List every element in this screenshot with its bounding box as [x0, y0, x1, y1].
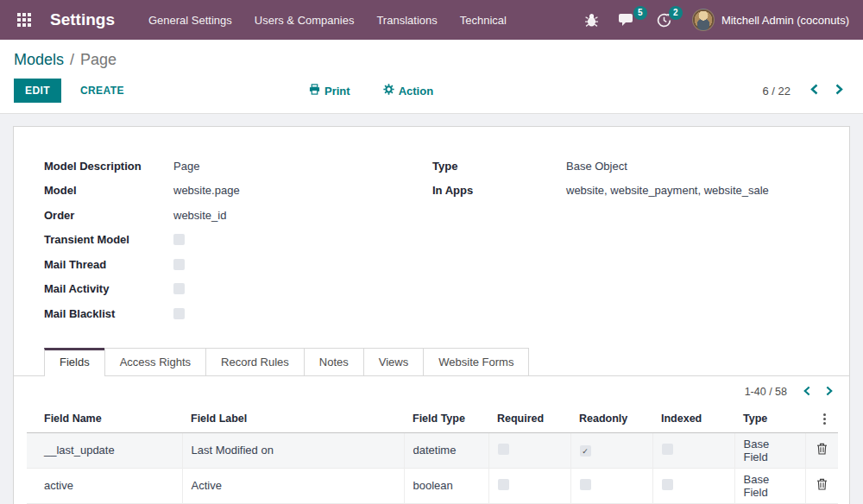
tab-fields[interactable]: Fields — [44, 348, 105, 376]
field-row-in-apps: In Appswebsite, website_payment, website… — [432, 179, 819, 204]
top-menu-technical[interactable]: Technical — [449, 0, 518, 40]
chevron-left-icon — [803, 386, 810, 399]
edit-button[interactable]: EDIT — [14, 79, 61, 103]
tab-views[interactable]: Views — [363, 348, 424, 375]
tab-website-forms[interactable]: Website Forms — [423, 348, 529, 375]
list-pager-previous-button[interactable] — [797, 384, 816, 400]
cell-field-label: Active — [182, 468, 404, 503]
optional-columns-header — [805, 406, 838, 433]
apps-grid-icon[interactable] — [14, 9, 35, 30]
tab-notes[interactable]: Notes — [304, 348, 364, 375]
table-row-last-update[interactable]: __last_updateLast Modified ondatetime✓Ba… — [27, 432, 838, 468]
app-name[interactable]: Settings — [50, 10, 115, 29]
cell-delete — [805, 432, 838, 468]
top-navbar: Settings General SettingsUsers & Compani… — [0, 0, 863, 40]
field-value-order: website_id — [173, 209, 226, 222]
cell-readonly — [570, 468, 652, 503]
print-button[interactable]: Print — [304, 83, 356, 98]
control-panel: Models/Page EDIT CREATE Print — [0, 40, 863, 114]
field-label: Mail Activity — [44, 282, 173, 295]
field-label: Transient Model — [44, 233, 173, 246]
field-label: Model Description — [44, 160, 173, 173]
cell-field-name: __last_update — [27, 432, 182, 468]
field-value-model: website.page — [173, 184, 240, 197]
trash-icon[interactable] — [815, 477, 829, 494]
cell-field-name: active — [27, 468, 182, 503]
cell-field-type: boolean — [404, 468, 488, 503]
field-label: Mail Thread — [44, 258, 173, 271]
field-label: Model — [44, 184, 173, 197]
messages-badge: 5 — [633, 6, 647, 20]
column-header-required[interactable]: Required — [488, 406, 570, 433]
messages-icon[interactable]: 5 — [608, 7, 646, 33]
cell-type: Base Field — [734, 468, 805, 503]
vertical-dots-icon[interactable] — [820, 412, 829, 426]
notebook-tabs: FieldsAccess RightsRecord RulesNotesView… — [14, 348, 849, 376]
breadcrumb-separator: / — [70, 51, 74, 68]
field-label: Type — [432, 160, 566, 173]
pager-previous-button[interactable] — [804, 82, 824, 99]
list-pager-next-button[interactable] — [820, 384, 839, 400]
form-fields: Model DescriptionPageModelwebsite.pageOr… — [14, 127, 849, 326]
field-row-mail-activity: Mail Activity — [44, 277, 432, 302]
breadcrumb: Models/Page — [0, 40, 863, 71]
debug-bug-icon[interactable] — [575, 8, 608, 33]
top-menu-translations[interactable]: Translations — [365, 0, 448, 40]
gear-icon — [383, 84, 394, 98]
table-header-row: Field NameField LabelField TypeRequiredR… — [27, 406, 838, 433]
column-header-indexed[interactable]: Indexed — [652, 406, 734, 433]
column-header-field-label[interactable]: Field Label — [182, 406, 404, 433]
user-menu[interactable]: Mitchell Admin (coconuts) — [692, 9, 849, 31]
checkbox-unchecked — [580, 479, 591, 490]
field-row-mail-thread: Mail Thread — [44, 252, 432, 277]
fields-tab-content: 1-40 / 58 Field NameField Label — [14, 376, 849, 504]
topbar-systray: 5 2 Mitchell Admin (coconuts) — [575, 7, 849, 34]
tab-record-rules[interactable]: Record Rules — [205, 348, 305, 375]
list-pager: 1-40 / 58 — [745, 386, 787, 398]
checkbox-mail-thread — [173, 259, 185, 270]
activities-clock-icon[interactable]: 2 — [646, 7, 682, 34]
checkbox-mail-blacklist — [173, 308, 185, 319]
checkbox-unchecked — [498, 479, 509, 490]
column-header-field-type[interactable]: Field Type — [404, 406, 488, 433]
cell-indexed — [652, 432, 734, 468]
trash-icon[interactable] — [815, 442, 829, 458]
chevron-right-icon — [826, 386, 833, 399]
breadcrumb-current: Page — [80, 51, 117, 68]
user-name: Mitchell Admin (coconuts) — [721, 14, 849, 27]
pager-next-button[interactable] — [829, 82, 849, 99]
column-header-field-name[interactable]: Field Name — [27, 406, 182, 433]
chevron-left-icon — [810, 85, 818, 98]
field-row-model-description: Model DescriptionPage — [44, 154, 432, 179]
field-row-model: Modelwebsite.page — [44, 179, 432, 204]
checkbox-unchecked — [498, 444, 509, 455]
column-header-readonly[interactable]: Readonly — [570, 406, 652, 433]
action-button[interactable]: Action — [378, 83, 438, 98]
form-sheet: Model DescriptionPageModelwebsite.pageOr… — [13, 126, 850, 504]
top-menu-bar: General SettingsUsers & CompaniesTransla… — [137, 0, 518, 40]
field-row-mail-blacklist: Mail Blacklist — [44, 301, 432, 326]
printer-icon — [309, 84, 320, 98]
checkbox-mail-activity — [173, 283, 185, 294]
avatar — [692, 9, 715, 31]
table-row-active[interactable]: activeActivebooleanBase Field — [27, 468, 838, 503]
create-button[interactable]: CREATE — [75, 84, 129, 98]
checkbox-checked: ✓ — [580, 445, 591, 457]
column-header-type[interactable]: Type — [734, 406, 805, 433]
breadcrumb-parent[interactable]: Models — [14, 51, 64, 68]
cell-required — [488, 432, 570, 468]
top-menu-general-settings[interactable]: General Settings — [137, 0, 243, 40]
top-menu-users-companies[interactable]: Users & Companies — [243, 0, 366, 40]
field-value-in-apps: website, website_payment, website_sale — [566, 184, 769, 197]
tab-access-rights[interactable]: Access Rights — [104, 348, 206, 375]
cell-readonly: ✓ — [570, 432, 652, 468]
field-value-model-description: Page — [173, 160, 199, 173]
chevron-right-icon — [835, 85, 843, 98]
checkbox-unchecked — [662, 479, 673, 490]
cell-delete — [805, 468, 838, 503]
field-row-order: Orderwebsite_id — [44, 203, 432, 228]
cell-required — [488, 468, 570, 503]
checkbox-transient-model — [173, 234, 185, 245]
cell-field-label: Last Modified on — [182, 432, 404, 468]
field-row-transient-model: Transient Model — [44, 228, 432, 253]
